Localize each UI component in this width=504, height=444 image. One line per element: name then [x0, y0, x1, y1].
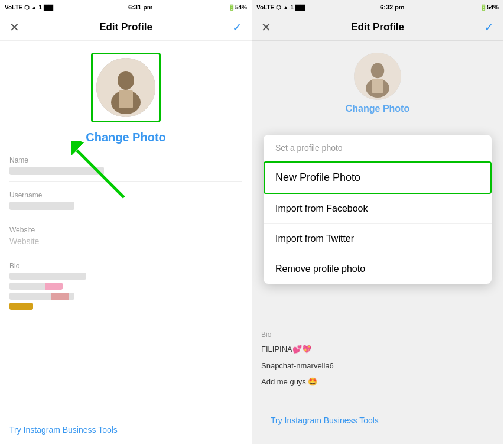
svg-rect-10	[372, 79, 383, 93]
change-photo-button-right[interactable]: Change Photo	[346, 103, 409, 114]
profile-avatar-left	[96, 58, 155, 117]
header-right: ✕ Edit Profile ✓	[252, 14, 503, 41]
profile-photo-dropdown: Set a profile photo New Profile Photo Im…	[264, 135, 492, 284]
svg-line-6	[77, 150, 124, 197]
svg-point-2	[118, 71, 134, 90]
dropdown-remove-photo[interactable]: Remove profile photo	[264, 254, 492, 284]
status-signal: VoLTE ⬡ ▲ 1 ▇▇	[5, 4, 53, 11]
profile-section-left: Change Photo	[0, 41, 252, 156]
status-time-left: 6:31 pm	[128, 4, 153, 11]
profile-avatar-right	[354, 53, 401, 100]
profile-photo-wrapper-left[interactable]	[91, 53, 161, 122]
dropdown-header: Set a profile photo	[264, 135, 492, 161]
status-bar-right: VoLTE ⬡ ▲ 1 ▇▇ 6:32 pm 🔋54%	[252, 0, 503, 14]
bio-line-2	[9, 283, 63, 290]
page-title-left: Edit Profile	[99, 21, 152, 33]
bio-label-right: Bio	[261, 330, 494, 339]
svg-rect-4	[119, 90, 133, 108]
bio-lines	[9, 273, 242, 310]
arrow-indicator-left	[71, 141, 142, 200]
status-time-right: 6:32 pm	[380, 4, 405, 11]
bio-label: Bio	[9, 262, 242, 270]
username-value	[9, 202, 74, 210]
page-title-right: Edit Profile	[351, 21, 404, 33]
close-button-right[interactable]: ✕	[261, 20, 271, 34]
bio-line1-right: FILIPINA💕💖	[261, 341, 494, 358]
profile-section-right: Change Photo	[252, 41, 503, 126]
business-tools-right[interactable]: Try Instagram Business Tools	[261, 406, 494, 435]
confirm-button-left[interactable]: ✓	[232, 20, 242, 34]
dropdown-import-facebook[interactable]: Import from Facebook	[264, 194, 492, 224]
website-field-group: Website Website	[9, 226, 242, 252]
bio-line-4	[9, 303, 33, 310]
status-bar-left: VoLTE ⬡ ▲ 1 ▇▇ 6:31 pm 🔋54%	[0, 0, 252, 14]
status-icons-right: 🔋54%	[480, 4, 499, 11]
business-tools-left[interactable]: Try Instagram Business Tools	[0, 416, 252, 444]
dropdown-import-twitter[interactable]: Import from Twitter	[264, 224, 492, 254]
bio-line3-right: Add me guys 🤩	[261, 374, 494, 390]
bio-field-group: Bio	[9, 262, 242, 316]
dropdown-new-profile-photo[interactable]: New Profile Photo	[264, 161, 492, 194]
close-button-left[interactable]: ✕	[9, 20, 19, 34]
right-panel: VoLTE ⬡ ▲ 1 ▇▇ 6:32 pm 🔋54% ✕ Edit Profi…	[252, 0, 503, 444]
status-icons-left: 🔋54%	[228, 4, 247, 11]
website-label: Website	[9, 226, 242, 234]
battery-icon-right: 🔋54%	[480, 4, 499, 11]
status-signal-right: VoLTE ⬡ ▲ 1 ▇▇	[256, 4, 305, 11]
bio-line-1	[9, 273, 86, 280]
svg-point-8	[371, 63, 384, 79]
bio-section-right: Bio FILIPINA💕💖 Snapchat-nmarvella6 Add m…	[252, 321, 503, 400]
website-placeholder[interactable]: Website	[9, 236, 242, 246]
bio-line2-right: Snapchat-nmarvella6	[261, 358, 494, 374]
battery-icon: 🔋54%	[228, 4, 247, 11]
header-left: ✕ Edit Profile ✓	[0, 14, 252, 41]
left-panel: VoLTE ⬡ ▲ 1 ▇▇ 6:31 pm 🔋54% ✕ Edit Profi…	[0, 0, 252, 444]
bio-line-3	[9, 293, 74, 300]
confirm-button-right[interactable]: ✓	[484, 20, 494, 34]
